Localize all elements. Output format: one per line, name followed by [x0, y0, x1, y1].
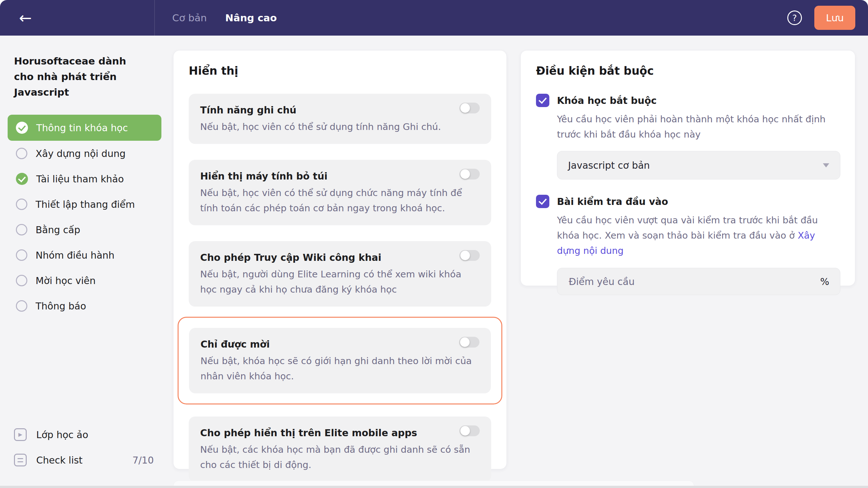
setting-card-wiki-cong-khai: Cho phép Truy cập Wiki công khai Nếu bật… [189, 241, 491, 307]
topbar-divider [154, 0, 155, 36]
sidebar-item-label: Thông báo [36, 301, 86, 312]
sidebar-item-tai-lieu-tham-khao[interactable]: Tài liệu tham khảo [8, 166, 161, 191]
chevron-down-icon [823, 163, 829, 167]
required-score-input[interactable] [568, 276, 820, 287]
sidebar-footer: ▶ Lớp học ảo Check list 7/10 [14, 422, 154, 473]
checklist-item[interactable]: Check list 7/10 [14, 447, 154, 473]
setting-title: Hiển thị máy tính bỏ túi [200, 169, 480, 183]
empty-circle-icon [16, 224, 27, 236]
required-course-label: Khóa học bắt buộc [557, 95, 657, 106]
required-course-row: Khóa học bắt buộc [536, 94, 840, 107]
requirements-panel: Điều kiện bắt buộc Khóa học bắt buộc Yêu… [520, 50, 855, 286]
percent-unit-label: % [820, 276, 829, 287]
topbar: ← Cơ bản Nâng cao ? Lưu [0, 0, 868, 36]
setting-title: Cho phép hiển thị trên Elite mobile apps [200, 426, 480, 440]
sidebar-item-label: Thiết lập thang điểm [36, 199, 135, 210]
save-button[interactable]: Lưu [814, 6, 855, 30]
sidebar-item-thong-bao[interactable]: Thông báo [8, 293, 161, 319]
setting-title: Chỉ được mời [200, 337, 479, 352]
check-circle-icon [16, 122, 28, 134]
tab-co-ban[interactable]: Cơ bản [172, 12, 207, 24]
virtual-classroom-label: Lớp học ảo [36, 429, 88, 440]
prerequisite-course-select[interactable]: Javascript cơ bản [557, 151, 840, 180]
entrance-test-label: Bài kiểm tra đầu vào [557, 196, 668, 207]
question-icon: ? [793, 13, 797, 23]
setting-card-may-tinh-bo-tui: Hiển thị máy tính bỏ túi Nếu bật, học vi… [189, 160, 491, 225]
toggle-chi-duoc-moi[interactable] [459, 337, 479, 347]
checklist-label: Check list [36, 455, 83, 466]
back-button[interactable]: ← [13, 0, 38, 36]
setting-description: Nếu bật, học viên có thể sử dụng chức nă… [200, 185, 480, 216]
requirements-panel-title: Điều kiện bắt buộc [536, 64, 840, 77]
required-score-field: % [557, 268, 840, 295]
help-button[interactable]: ? [787, 10, 802, 25]
sidebar-item-thong-tin-khoa-hoc[interactable]: Thông tin khóa học [8, 115, 161, 141]
sidebar-menu: Thông tin khóa học Xây dựng nội dung Tài… [0, 115, 169, 319]
setting-description: Nếu bật, khóa học sẽ có giới hạn ghi dan… [200, 353, 479, 384]
required-course-description: Yêu cầu học viên phải hoàn thành một khó… [557, 112, 840, 142]
toggle-may-tinh-bo-tui[interactable] [459, 169, 480, 180]
entrance-test-description-text: Yêu cầu học viên vượt qua vài kiểm tra t… [557, 215, 818, 241]
check-circle-icon [16, 173, 28, 185]
checklist-square-icon [14, 454, 27, 466]
sidebar-item-nhom-dieu-hanh[interactable]: Nhóm điều hành [8, 242, 161, 268]
toggle-elite-mobile-apps[interactable] [459, 425, 480, 436]
setting-card-ghi-chu: Tính năng ghi chú Nếu bật, học viên có t… [189, 94, 491, 144]
sidebar-item-label: Bằng cấp [36, 224, 80, 236]
sidebar-item-label: Nhóm điều hành [36, 250, 114, 261]
sidebar-item-label: Tài liệu tham khảo [36, 174, 124, 185]
empty-circle-icon [16, 275, 27, 286]
empty-circle-icon [16, 199, 27, 210]
setting-description: Nếu bật, các khóa học mà bạn đã được ghi… [200, 442, 480, 472]
empty-circle-icon [16, 300, 27, 312]
setting-card-elite-mobile-apps: Cho phép hiển thị trên Elite mobile apps… [189, 417, 491, 482]
setting-description: Nếu bật, học viên có thể sử dụng tính nă… [200, 119, 480, 134]
setting-card-chi-duoc-moi: Chỉ được mời Nếu bật, khóa học sẽ có giớ… [189, 328, 491, 393]
selected-course-value: Javascript cơ bản [568, 160, 650, 171]
empty-circle-icon [16, 148, 27, 159]
sidebar-item-label: Mời học viên [36, 275, 96, 286]
back-arrow-icon: ← [19, 9, 32, 27]
sidebar-item-moi-hoc-vien[interactable]: Mời học viên [8, 268, 161, 293]
play-square-icon: ▶ [14, 428, 27, 441]
setting-title: Tính năng ghi chú [200, 103, 480, 117]
sidebar-item-label: Thông tin khóa học [36, 122, 128, 133]
sidebar-item-thiet-lap-thang-diem[interactable]: Thiết lập thang điểm [8, 191, 161, 217]
display-settings-panel: Hiển thị Tính năng ghi chú Nếu bật, học … [173, 50, 507, 469]
settings-tabs: Cơ bản Nâng cao [172, 0, 277, 36]
setting-description: Nếu bật, người dùng Elite Learning có th… [200, 267, 480, 297]
sidebar-item-label: Xây dựng nội dung [36, 148, 125, 159]
highlighted-setting-outline: Chỉ được mời Nếu bật, khóa học sẽ có giớ… [178, 317, 502, 404]
course-settings-window: ← Cơ bản Nâng cao ? Lưu Horusoftaceae dà… [0, 0, 868, 488]
setting-title: Cho phép Truy cập Wiki công khai [200, 251, 480, 265]
required-course-checkbox[interactable] [536, 94, 549, 107]
empty-circle-icon [16, 249, 27, 261]
course-title: Horusoftaceae dành cho nhà phát triển Ja… [14, 53, 141, 100]
toggle-wiki-cong-khai[interactable] [459, 250, 480, 261]
entrance-test-checkbox[interactable] [536, 195, 549, 208]
sidebar-item-xay-dung-noi-dung[interactable]: Xây dựng nội dung [8, 141, 161, 166]
entrance-test-row: Bài kiểm tra đầu vào [536, 195, 840, 208]
display-settings-list: Tính năng ghi chú Nếu bật, học viên có t… [189, 94, 491, 482]
tab-nang-cao[interactable]: Nâng cao [225, 12, 277, 24]
sidebar-item-bang-cap[interactable]: Bằng cấp [8, 217, 161, 242]
window-bottom-edge [0, 486, 868, 488]
toggle-ghi-chu[interactable] [459, 102, 480, 114]
display-panel-title: Hiển thị [189, 64, 491, 77]
sidebar: Horusoftaceae dành cho nhà phát triển Ja… [0, 36, 169, 488]
entrance-test-description: Yêu cầu học viên vượt qua vài kiểm tra t… [557, 213, 840, 258]
virtual-classroom-item[interactable]: ▶ Lớp học ảo [14, 422, 154, 447]
checklist-progress: 7/10 [132, 455, 154, 466]
